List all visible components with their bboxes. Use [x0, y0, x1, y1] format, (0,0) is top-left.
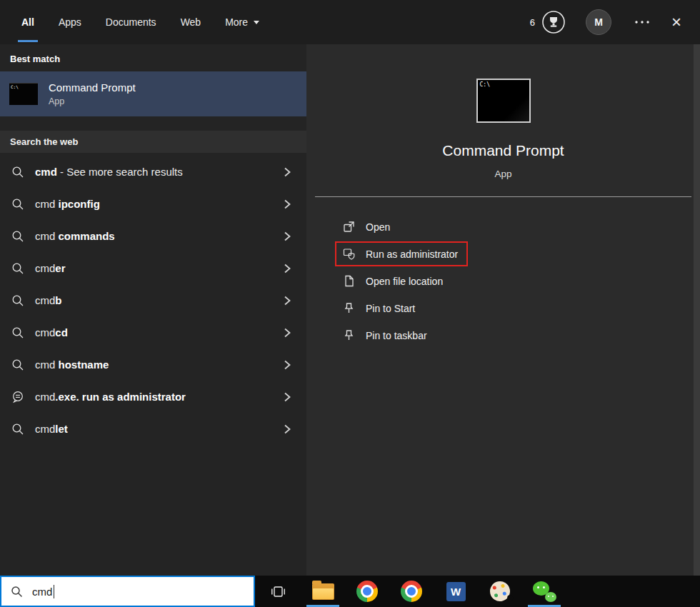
- word-icon-letter: W: [451, 586, 461, 598]
- task-view-button[interactable]: [255, 576, 301, 607]
- search-suggestion-row[interactable]: cmd hostname: [0, 348, 306, 381]
- wechat-button[interactable]: [522, 576, 566, 607]
- search-suggestion-row[interactable]: cmder: [0, 252, 306, 284]
- action-pin-to-taskbar[interactable]: Pin to taskbar: [335, 323, 437, 348]
- rewards-count: 6: [530, 17, 535, 28]
- best-match-title: Command Prompt: [49, 81, 136, 94]
- search-suggestion-row[interactable]: cmd commands: [0, 220, 306, 252]
- suggestion-text: cmdcd: [35, 326, 68, 338]
- search-icon: [11, 326, 24, 339]
- suggestion-expand-chevron[interactable]: [279, 292, 295, 309]
- paint-icon: [488, 579, 511, 603]
- taskbar: cmd W: [0, 576, 700, 607]
- suggestion-text: cmd - See more search results: [35, 166, 183, 178]
- suggestion-expand-chevron[interactable]: [279, 324, 295, 341]
- preview-app-title: Command Prompt: [306, 142, 700, 159]
- action-run-as-administrator[interactable]: Run as administrator: [335, 241, 468, 266]
- suggestion-text: cmdb: [35, 294, 62, 306]
- file-location-icon: [342, 274, 356, 288]
- search-suggestion-row[interactable]: cmdcd: [0, 316, 306, 348]
- suggestion-expand-chevron[interactable]: [279, 421, 295, 438]
- more-options-button[interactable]: [634, 20, 650, 24]
- action-open[interactable]: Open: [335, 214, 400, 239]
- action-label: Run as administrator: [366, 249, 458, 260]
- search-web-header: Search the web: [0, 131, 306, 153]
- avatar[interactable]: M: [586, 9, 611, 35]
- search-suggestion-row[interactable]: cmdlet: [0, 413, 306, 445]
- search-suggestion-row[interactable]: cmd.exe. run as administrator: [0, 381, 306, 413]
- close-button[interactable]: ×: [671, 14, 681, 31]
- suggestion-expand-chevron[interactable]: [279, 388, 295, 406]
- search-suggestion-row[interactable]: cmdb: [0, 284, 306, 316]
- chevron-down-icon: [254, 21, 259, 24]
- action-pin-to-start[interactable]: Pin to Start: [335, 296, 425, 321]
- folder-icon: [312, 583, 334, 600]
- tab-documents[interactable]: Documents: [106, 0, 156, 44]
- suggestion-expand-chevron[interactable]: [279, 228, 295, 245]
- suggestion-query: cmd: [35, 326, 55, 338]
- chevron-right-icon: [282, 199, 292, 210]
- suggestion-list: cmd - See more search results cmd ipconf…: [0, 156, 306, 445]
- word-button[interactable]: W: [434, 576, 478, 607]
- text-caret: [54, 585, 54, 598]
- search-icon: [11, 423, 24, 436]
- search-icon: [11, 198, 24, 211]
- search-icon: [11, 586, 23, 598]
- suggestion-text: cmd.exe. run as administrator: [35, 391, 186, 403]
- suggestion-query: cmd: [35, 230, 59, 242]
- word-icon: W: [446, 582, 466, 601]
- paint-button[interactable]: [478, 576, 522, 607]
- pin-icon: [342, 301, 356, 315]
- suggestion-expand-chevron[interactable]: [279, 164, 295, 181]
- open-launch-icon: [342, 220, 356, 234]
- chevron-right-icon: [282, 166, 292, 178]
- suggestion-completion: hostname: [59, 358, 109, 371]
- suggestion-text: cmdlet: [35, 423, 68, 435]
- suggestion-query: cmd: [35, 391, 55, 403]
- search-icon: [11, 358, 24, 371]
- best-match-item[interactable]: C:\ Command Prompt App: [0, 71, 306, 116]
- suggestion-completion: .exe. run as administrator: [55, 391, 186, 403]
- search-icon: [11, 262, 24, 275]
- chevron-right-icon: [282, 359, 292, 371]
- suggestion-expand-chevron[interactable]: [279, 260, 295, 277]
- search-suggestion-row[interactable]: cmd - See more search results: [0, 156, 306, 188]
- tab-apps[interactable]: Apps: [59, 0, 81, 44]
- tab-more[interactable]: More: [225, 0, 259, 44]
- file-explorer-button[interactable]: [301, 576, 345, 607]
- pin-icon: [342, 328, 356, 342]
- rewards-button[interactable]: 6: [530, 10, 566, 34]
- suggestion-text: cmd ipconfig: [35, 198, 100, 210]
- suggestion-query: cmd: [35, 358, 59, 371]
- results-panel: Best match C:\ Command Prompt App Search…: [0, 44, 306, 576]
- tab-all[interactable]: All: [21, 0, 34, 44]
- chrome-button-2[interactable]: [389, 576, 434, 607]
- chevron-right-icon: [282, 423, 292, 435]
- best-match-subtitle: App: [49, 96, 136, 106]
- taskbar-search-input[interactable]: cmd: [0, 576, 255, 607]
- task-view-icon: [270, 583, 286, 600]
- suggestion-completion: b: [55, 294, 61, 306]
- suggestion-expand-chevron[interactable]: [279, 196, 295, 213]
- chrome-button[interactable]: [345, 576, 389, 607]
- search-icon: [11, 230, 24, 243]
- action-label: Open: [366, 221, 390, 233]
- filter-tabs: All Apps Documents Web More: [0, 0, 259, 44]
- chevron-right-icon: [282, 327, 292, 338]
- suggestion-query: cmd: [35, 262, 55, 274]
- speech-bubble-icon: [11, 391, 24, 403]
- tab-more-label: More: [225, 16, 248, 28]
- scrollbar[interactable]: [694, 44, 700, 576]
- tab-all-label: All: [21, 16, 34, 28]
- tab-web[interactable]: Web: [181, 0, 201, 44]
- command-prompt-icon-large: C:\: [476, 79, 531, 123]
- command-prompt-icon: C:\: [9, 83, 38, 105]
- preview-app-subtitle: App: [306, 169, 700, 179]
- search-header: All Apps Documents Web More 6 M: [0, 0, 700, 44]
- action-open-file-location[interactable]: Open file location: [335, 269, 453, 294]
- suggestion-query: cmd: [35, 423, 55, 435]
- suggestion-expand-chevron[interactable]: [279, 356, 295, 373]
- avatar-letter: M: [594, 16, 603, 28]
- chevron-right-icon: [282, 391, 292, 403]
- search-suggestion-row[interactable]: cmd ipconfig: [0, 188, 306, 220]
